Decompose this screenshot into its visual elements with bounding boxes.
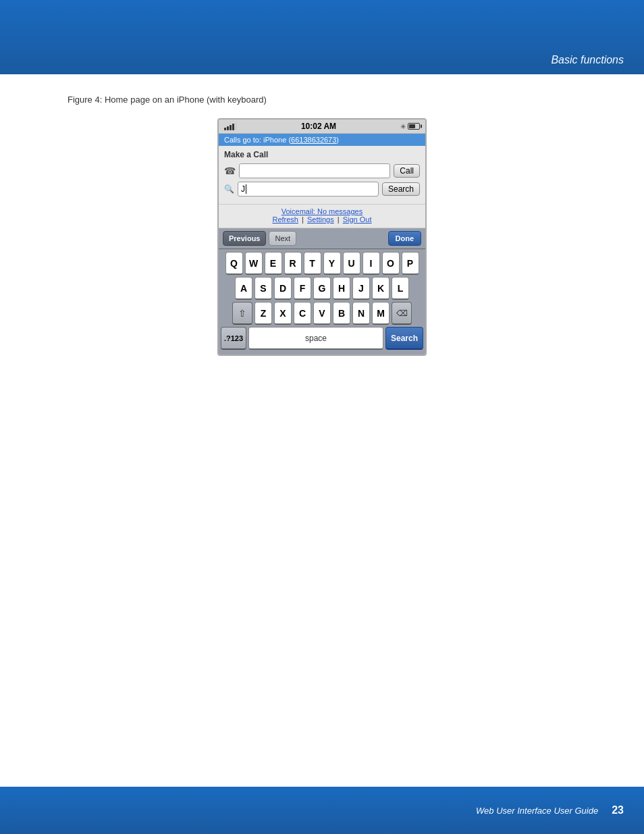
space-key[interactable]: space: [248, 327, 383, 350]
settings-link[interactable]: Settings: [307, 215, 334, 224]
key-u[interactable]: U: [343, 252, 360, 275]
call-button[interactable]: Call: [394, 164, 420, 178]
calls-goto-link[interactable]: 66138632673: [291, 136, 336, 144]
key-a[interactable]: A: [235, 277, 252, 300]
keyboard-search-key[interactable]: Search: [385, 327, 423, 350]
signal-bar-4: [232, 124, 234, 130]
key-j[interactable]: J: [352, 277, 370, 300]
key-d[interactable]: D: [274, 277, 292, 300]
signout-link[interactable]: Sign Out: [343, 215, 372, 224]
key-l[interactable]: L: [392, 277, 409, 300]
phone-ui: Make a Call ☎ Call 🔍 J Search: [219, 146, 425, 205]
nav-links-line: Refresh | Settings | Sign Out: [224, 215, 420, 224]
backspace-key[interactable]: ⌫: [392, 302, 412, 325]
key-g[interactable]: G: [313, 277, 331, 300]
call-input-row: ☎ Call: [224, 163, 420, 178]
separator-2: |: [338, 215, 342, 224]
key-r[interactable]: R: [284, 252, 302, 275]
key-w[interactable]: W: [245, 252, 263, 275]
make-a-call-label: Make a Call: [224, 150, 420, 159]
key-q[interactable]: Q: [225, 252, 243, 275]
refresh-link[interactable]: Refresh: [272, 215, 298, 224]
text-cursor: [246, 184, 246, 194]
search-field[interactable]: J: [238, 182, 379, 197]
key-e[interactable]: E: [265, 252, 282, 275]
keyboard-done-button[interactable]: Done: [388, 231, 422, 246]
keyboard-bottom-row: .?123 space Search: [221, 327, 423, 350]
keyboard-row-3: ⇧ Z X C V B N M ⌫: [221, 302, 423, 325]
footer-guide-text: Web User Interface User Guide: [476, 806, 598, 816]
signal-bar-3: [230, 125, 232, 130]
signal-bars-icon: [224, 122, 237, 130]
status-bar-right: ✳: [400, 123, 420, 130]
key-k[interactable]: K: [372, 277, 390, 300]
iphone-mockup: 10:02 AM ✳ Calls go to: iPhone (66138632…: [217, 118, 427, 356]
header-bar: Basic functions: [0, 0, 644, 74]
numbers-key[interactable]: .?123: [221, 327, 246, 350]
search-button[interactable]: Search: [382, 182, 420, 196]
links-area: Voicemail: No messages Refresh | Setting…: [219, 205, 425, 228]
notification-text: Calls go to: iPhone (66138632673): [224, 136, 339, 144]
footer-page-number: 23: [612, 804, 624, 816]
footer-bar: Web User Interface User Guide 23: [0, 787, 644, 834]
signal-bar-1: [224, 128, 226, 130]
status-bar-left: [224, 122, 237, 130]
key-s[interactable]: S: [254, 277, 272, 300]
search-icon: 🔍: [224, 184, 234, 194]
keyboard: Q W E R T Y U I O P A S D F G: [219, 249, 425, 355]
key-y[interactable]: Y: [323, 252, 341, 275]
main-content: Figure 4: Home page on an iPhone (with k…: [0, 74, 644, 787]
key-h[interactable]: H: [333, 277, 350, 300]
notification-bar: Calls go to: iPhone (66138632673): [219, 134, 425, 146]
header-title: Basic functions: [551, 54, 624, 66]
battery-fill: [409, 124, 415, 128]
keyboard-row-2: A S D F G H J K L: [221, 277, 423, 300]
search-input-value: J: [241, 184, 245, 194]
key-z[interactable]: Z: [254, 302, 272, 325]
signal-bar-2: [227, 126, 229, 130]
key-o[interactable]: O: [382, 252, 400, 275]
status-time: 10:02 AM: [301, 122, 336, 131]
key-n[interactable]: N: [352, 302, 370, 325]
signal-bar-5: [235, 122, 237, 130]
figure-caption: Figure 4: Home page on an iPhone (with k…: [68, 95, 576, 105]
key-t[interactable]: T: [304, 252, 321, 275]
keyboard-previous-button[interactable]: Previous: [223, 231, 266, 246]
key-p[interactable]: P: [402, 252, 419, 275]
phone-icon: ☎: [224, 165, 236, 176]
keyboard-toolbar: Previous Next Done: [219, 228, 425, 249]
key-f[interactable]: F: [294, 277, 311, 300]
call-input[interactable]: [239, 163, 390, 178]
separator-1: |: [302, 215, 306, 224]
key-v[interactable]: V: [313, 302, 331, 325]
voicemail-line: Voicemail: No messages: [224, 207, 420, 215]
key-x[interactable]: X: [274, 302, 292, 325]
battery-icon: [408, 123, 420, 130]
bluetooth-icon: ✳: [400, 123, 406, 130]
key-i[interactable]: I: [363, 252, 380, 275]
shift-key[interactable]: ⇧: [232, 302, 252, 325]
iphone-container: 10:02 AM ✳ Calls go to: iPhone (66138632…: [68, 118, 576, 356]
key-m[interactable]: M: [372, 302, 390, 325]
voicemail-link[interactable]: Voicemail: No messages: [281, 207, 363, 215]
key-b[interactable]: B: [333, 302, 350, 325]
key-c[interactable]: C: [294, 302, 311, 325]
search-input-row: 🔍 J Search: [224, 182, 420, 197]
status-bar: 10:02 AM ✳: [219, 120, 425, 134]
keyboard-row-1: Q W E R T Y U I O P: [221, 252, 423, 275]
keyboard-next-button[interactable]: Next: [269, 231, 296, 246]
